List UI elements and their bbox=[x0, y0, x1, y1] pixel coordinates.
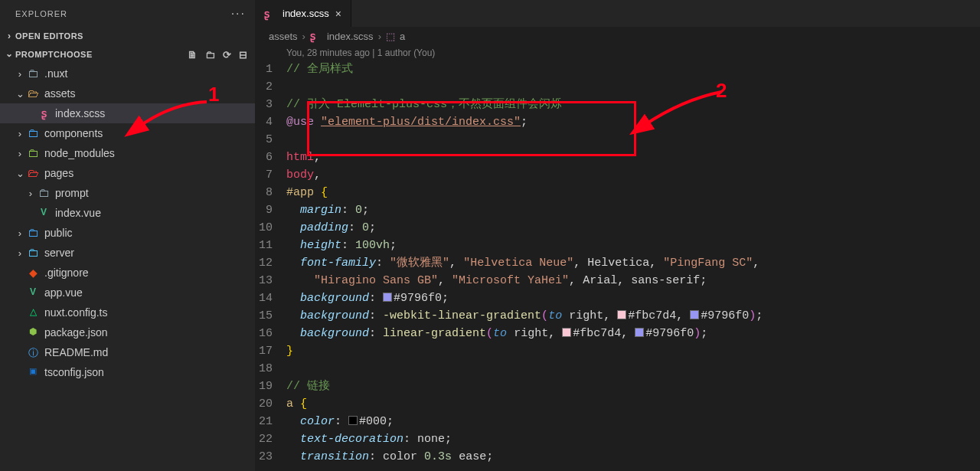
file-tree[interactable]: ›.nuxt⌄assets›index.scss›components›node… bbox=[0, 64, 255, 471]
new-file-icon[interactable]: 🗎 bbox=[188, 49, 198, 61]
code-content[interactable]: // 全局样式 // 引入 Elemelt-plus-css，不然页面组件会闪烁… bbox=[286, 61, 980, 466]
close-icon[interactable]: × bbox=[335, 8, 341, 20]
tab-label: index.scss bbox=[283, 8, 329, 19]
chevron-right-icon: › bbox=[14, 148, 26, 159]
file-row[interactable]: ›README.md bbox=[0, 342, 255, 362]
file-row[interactable]: ›index.vue bbox=[0, 203, 255, 223]
project-label: PROMPTCHOOSE bbox=[15, 50, 188, 59]
folder-row[interactable]: ›server bbox=[0, 243, 255, 263]
explorer-title: EXPLORER bbox=[15, 9, 67, 18]
file-label: prompt bbox=[55, 187, 89, 199]
app-root: EXPLORER ··· › OPEN EDITORS ⌄ PROMPTCHOO… bbox=[0, 0, 980, 471]
folder-row[interactable]: ›node_modules bbox=[0, 143, 255, 163]
code-editor[interactable]: 1234567891011121314151617181920212223 //… bbox=[255, 61, 980, 466]
project-actions: 🗎 🗀 ⟳ ⊟ bbox=[188, 49, 255, 61]
scss-icon bbox=[310, 30, 322, 42]
file-label: index.scss bbox=[55, 107, 105, 119]
tab-index-scss[interactable]: index.scss × bbox=[255, 0, 351, 27]
new-folder-icon[interactable]: 🗀 bbox=[205, 49, 215, 61]
chevron-down-icon: ⌄ bbox=[3, 48, 15, 59]
file-label: assets bbox=[44, 87, 75, 100]
tab-bar: index.scss × bbox=[255, 0, 980, 27]
file-icon bbox=[26, 247, 40, 259]
chevron-down-icon: ⌄ bbox=[14, 88, 26, 100]
scss-icon bbox=[264, 8, 276, 20]
editor-area: index.scss × assets › index.scss › ⬚ a Y… bbox=[255, 0, 980, 471]
file-icon bbox=[26, 267, 40, 279]
project-section[interactable]: ⌄ PROMPTCHOOSE 🗎 🗀 ⟳ ⊟ bbox=[0, 45, 255, 64]
git-blame-annotation: You, 28 minutes ago | 1 author (You) bbox=[255, 45, 980, 61]
file-icon bbox=[26, 67, 40, 80]
chevron-right-icon: › bbox=[3, 31, 15, 41]
file-icon bbox=[26, 306, 40, 319]
file-icon bbox=[37, 207, 51, 219]
file-label: pages bbox=[44, 167, 74, 179]
breadcrumb-seg[interactable]: index.scss bbox=[327, 31, 374, 42]
chevron-right-icon: › bbox=[378, 31, 381, 42]
breadcrumb-seg[interactable]: a bbox=[400, 31, 405, 42]
explorer-header: EXPLORER ··· bbox=[0, 0, 255, 27]
collapse-all-icon[interactable]: ⊟ bbox=[239, 49, 247, 61]
open-editors-section[interactable]: › OPEN EDITORS bbox=[0, 27, 255, 45]
file-icon bbox=[26, 366, 40, 378]
chevron-right-icon: › bbox=[302, 31, 305, 42]
line-number-gutter: 1234567891011121314151617181920212223 bbox=[255, 61, 286, 466]
file-row[interactable]: ›tsconfig.json bbox=[0, 362, 255, 382]
breadcrumb-seg[interactable]: assets bbox=[269, 31, 298, 42]
file-label: .gitignore bbox=[44, 267, 89, 279]
file-icon bbox=[26, 346, 40, 358]
file-row[interactable]: ›nuxt.config.ts bbox=[0, 303, 255, 322]
chevron-right-icon: › bbox=[24, 188, 37, 199]
chevron-right-icon: › bbox=[14, 128, 26, 139]
file-label: .nuxt bbox=[44, 67, 67, 80]
file-label: tsconfig.json bbox=[44, 366, 104, 378]
folder-row[interactable]: ›.nuxt bbox=[0, 64, 255, 83]
chevron-down-icon: ⌄ bbox=[14, 168, 26, 179]
file-label: nuxt.config.ts bbox=[44, 306, 108, 319]
file-label: index.vue bbox=[55, 207, 101, 219]
folder-row[interactable]: ⌄assets bbox=[0, 83, 255, 103]
more-actions-icon[interactable]: ··· bbox=[231, 7, 246, 21]
folder-row[interactable]: ›public bbox=[0, 223, 255, 243]
file-row[interactable]: ›index.scss bbox=[0, 103, 255, 123]
file-label: server bbox=[44, 247, 74, 259]
file-icon bbox=[26, 326, 40, 339]
folder-row[interactable]: ›components bbox=[0, 123, 255, 143]
explorer-sidebar: EXPLORER ··· › OPEN EDITORS ⌄ PROMPTCHOO… bbox=[0, 0, 255, 471]
file-icon bbox=[26, 127, 40, 139]
file-icon bbox=[26, 147, 40, 159]
folder-row[interactable]: ›prompt bbox=[0, 183, 255, 203]
file-label: components bbox=[44, 127, 103, 139]
refresh-icon[interactable]: ⟳ bbox=[223, 49, 231, 61]
file-icon bbox=[26, 167, 40, 179]
chevron-right-icon: › bbox=[14, 247, 26, 259]
breadcrumb[interactable]: assets › index.scss › ⬚ a bbox=[255, 27, 980, 45]
chevron-right-icon: › bbox=[14, 227, 26, 239]
file-icon bbox=[26, 87, 40, 100]
file-label: README.md bbox=[44, 346, 108, 358]
chevron-right-icon: › bbox=[14, 68, 26, 80]
file-row[interactable]: ›app.vue bbox=[0, 283, 255, 303]
file-icon bbox=[26, 227, 40, 239]
folder-row[interactable]: ⌄pages bbox=[0, 163, 255, 183]
open-editors-label: OPEN EDITORS bbox=[15, 31, 255, 41]
file-icon bbox=[26, 286, 40, 299]
file-label: public bbox=[44, 227, 73, 239]
file-label: app.vue bbox=[44, 286, 83, 299]
file-label: node_modules bbox=[44, 147, 115, 159]
file-icon bbox=[37, 187, 51, 199]
file-icon bbox=[37, 107, 51, 119]
file-row[interactable]: ›.gitignore bbox=[0, 263, 255, 283]
file-label: package.json bbox=[44, 326, 108, 339]
symbol-icon: ⬚ bbox=[386, 31, 395, 42]
file-row[interactable]: ›package.json bbox=[0, 322, 255, 342]
